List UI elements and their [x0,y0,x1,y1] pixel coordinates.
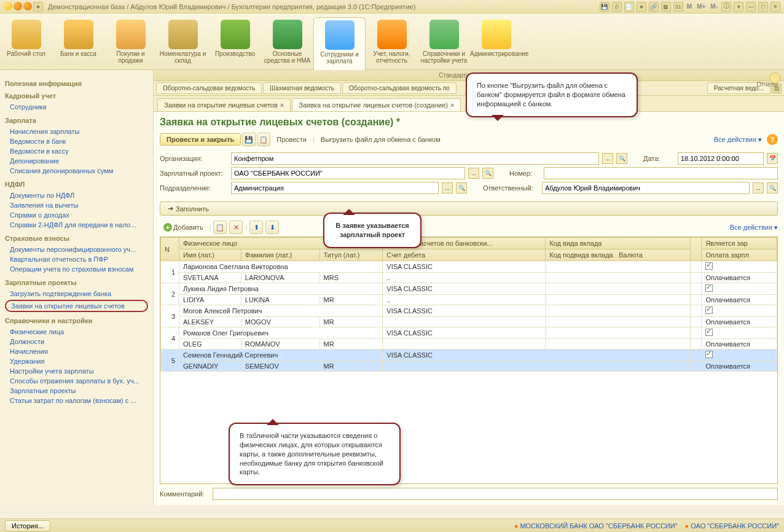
export-file-button[interactable]: Выгрузить файл для обмена с банком [316,134,445,145]
collapse-icon[interactable] [769,72,780,84]
sidebar-link[interactable]: Начисления [2,346,151,356]
sidebar-link[interactable]: Депонирование [2,156,151,166]
salary-checkbox[interactable] [705,329,713,336]
col-surname-lat[interactable]: Фамилия (лат.) [241,249,319,261]
toolbar-item[interactable]: Номенклатура и склад [157,17,209,69]
table-row[interactable]: LIDIYALUKINAMR..Оплачивается [161,295,777,305]
status-bank2[interactable]: ●ОАО "СБЕРБАНК РОССИИ" [685,522,779,530]
sidebar-link[interactable]: Операции учета по страховым взносам [2,264,151,274]
toolbar-item[interactable]: Покупки и продажи [104,17,157,69]
table-row[interactable]: GENNADIYSEMENOVMRОплачивается [161,361,777,372]
resp-input[interactable]: Абдулов Юрий Владимирович [542,182,750,194]
project-select-icon[interactable]: ... [468,168,479,179]
col-salary[interactable]: Является зар [702,238,777,249]
delete-row-icon[interactable]: ✕ [229,221,243,234]
toolbar-item[interactable]: Основные средства и НМА [261,17,313,69]
col-payment[interactable]: Оплата зарпл [702,249,777,261]
history-button[interactable]: История... [5,520,50,531]
link-icon[interactable]: 🔗 [649,2,659,12]
post-button[interactable]: Провести [272,134,312,145]
copy-row-icon[interactable]: 📋 [213,221,227,234]
report-subtab[interactable]: Шахматная ведомость [263,82,341,94]
sidebar-link[interactable]: Справки 2-НДФЛ для передачи в нало... [2,220,151,230]
salary-checkbox[interactable] [705,262,713,270]
sidebar-link[interactable]: Заявления на вычеты [2,200,151,210]
toolbar-item[interactable]: Администрирование [470,17,522,69]
post-and-close-button[interactable]: Провести и закрыть [160,133,241,146]
sidebar-link[interactable]: Ведомости в кассу [2,146,151,156]
resp-search-icon[interactable]: 🔍 [767,182,778,194]
col-n[interactable]: N [161,238,179,261]
table-row[interactable]: ALEKSEYMOGOVMRОплачивается [161,317,777,327]
save-button[interactable]: 💾 [242,133,256,146]
toolbar-item[interactable]: Учет, налоги, отчетность [366,17,418,69]
help-icon[interactable]: ? [767,134,778,145]
sidebar-link[interactable]: Начисления зарплаты [2,127,151,136]
sidebar-link[interactable]: Статьи затрат по налогам (взносам) с ... [2,396,151,405]
report-subtab[interactable]: Оборотно-сальдовая ведомость по [342,82,457,94]
col-name-lat[interactable]: Имя (лат.) [179,249,241,261]
sidebar-link[interactable]: Зарплатные проекты [2,386,151,396]
fill-button[interactable]: ➜ Заполнить [160,201,778,216]
toolbar-item[interactable]: Производство [209,17,261,69]
date-input[interactable]: 18.10.2012 0:00:00 [678,152,764,165]
close-tab-icon[interactable]: × [280,101,284,109]
org-input[interactable]: Конфетпром [231,152,599,165]
table-row[interactable]: 5Семенов Геннадий СергеевичVISA CLASSIC [161,350,777,361]
favorites-icon[interactable]: ★ [33,2,43,12]
sidebar-link[interactable]: Настройки учета зарплаты [2,366,151,376]
print-icon[interactable]: ⎙ [612,2,622,12]
mem-m[interactable]: M [686,3,693,10]
table-row[interactable]: 2Лукина Лидия ПетровнаVISA CLASSIC [161,283,777,295]
report-subtab[interactable]: Оборотно-сальдовая ведомость [156,82,262,94]
calc-icon[interactable]: ▦ [661,2,671,12]
document-tab[interactable]: Заявка на открытие лицевых счетов (созда… [292,98,461,111]
nav-fwd-icon[interactable] [23,2,32,10]
dept-select-icon[interactable]: ... [442,182,453,194]
sidebar-link[interactable]: Квартальная отчетность в ПФР [2,254,151,264]
toolbar-item[interactable]: Справочники и настройки учета [418,17,470,69]
dropdown-icon[interactable]: ▾ [734,2,743,12]
table-all-actions-link[interactable]: Все действия ▾ [730,224,778,232]
toolbar-item[interactable]: Банк и касса [52,17,104,69]
resp-select-icon[interactable]: ... [753,182,764,194]
sidebar-link[interactable]: Загрузить подтверждение банка [2,289,151,299]
sidebar-link[interactable]: Документы персонифицированного уч... [2,244,151,254]
info-icon[interactable]: ⓘ [721,2,731,12]
table-row[interactable]: 4Романов Олег ГригорьевичVISA CLASSIC [161,327,777,339]
toolbar-item[interactable]: Сотрудники и зарплата [313,17,366,70]
document-tab[interactable]: Заявки на открытие лицевых счетов× [157,98,291,111]
sidebar-link[interactable]: Удержания [2,356,151,366]
move-down-icon[interactable]: ⬇ [265,221,279,234]
sidebar-link[interactable]: Заявки на открытие лицевых счетов [5,300,148,312]
sidebar-link[interactable]: Справки о доходах [2,210,151,220]
sidebar-link[interactable]: Ведомости в банк [2,136,151,146]
sidebar-link[interactable]: Способы отражения зарплаты в бух. уч... [2,376,151,386]
col-deposit[interactable]: Код вида вклада [546,238,690,249]
project-input[interactable]: ОАО "СБЕРБАНК РОССИИ" [231,167,465,179]
col-debit[interactable]: Счет дебета [383,249,546,261]
save-icon[interactable]: 💾 [600,2,610,12]
sidebar-link[interactable]: Списания депонированных сумм [2,166,151,176]
project-search-icon[interactable]: 🔍 [482,168,493,179]
post-icon[interactable]: 📋 [257,133,270,146]
table-row[interactable]: 1Ларионова Светлана ВикторовнаVISA CLASS… [161,261,777,273]
sidebar-link[interactable]: Сотрудники [2,102,151,112]
salary-checkbox[interactable] [705,284,713,292]
toolbar-item[interactable]: Рабочий стол [0,17,52,69]
calendar-icon[interactable]: 31 [673,2,683,12]
salary-checkbox[interactable] [705,307,713,314]
mem-mplus[interactable]: M+ [696,3,707,10]
sidebar-link[interactable]: Должности [2,337,151,346]
table-row[interactable]: OLEGROMANOVMRОплачивается [161,339,777,350]
move-up-icon[interactable]: ⬆ [249,221,263,234]
col-title-lat[interactable]: Титул (лат.) [319,249,383,261]
date-picker-icon[interactable]: 📅 [767,153,778,164]
dept-search-icon[interactable]: 🔍 [456,182,467,194]
status-bank1[interactable]: ●МОСКОВСКИЙ БАНК ОАО "СБЕРБАНК РОССИИ" [514,522,678,530]
close-tab-icon[interactable]: × [450,101,454,109]
org-select-icon[interactable]: ... [602,153,613,164]
close-icon[interactable]: ✕ [770,2,780,12]
table-row[interactable]: 3Могов Алексей ПетровичVISA CLASSIC [161,305,777,317]
dept-input[interactable]: Администрация [231,182,439,194]
